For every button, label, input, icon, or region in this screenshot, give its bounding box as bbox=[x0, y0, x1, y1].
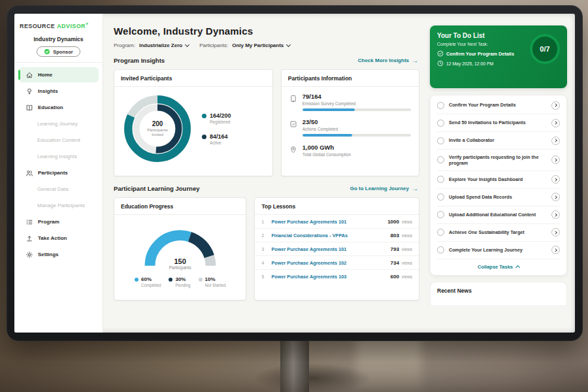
sidebar-item-education[interactable]: Education bbox=[18, 100, 99, 115]
task-chevron-button[interactable] bbox=[551, 119, 560, 127]
lesson-link[interactable]: Power Purchase Agreements 102 bbox=[271, 260, 386, 266]
sidebar-item-participants[interactable]: Participants bbox=[18, 165, 99, 180]
sponsor-check-icon bbox=[44, 48, 50, 55]
sidebar-item-learning-insights[interactable]: Learning Insights bbox=[18, 149, 99, 164]
lesson-row: 1 Power Purchase Agreements 101 1000 vie… bbox=[255, 215, 419, 229]
insights-cards-row: Invited Participants 200 bbox=[114, 69, 419, 176]
task-row-achieve-one-sustainability-target[interactable]: Achieve One Sustainability Target bbox=[437, 224, 560, 242]
sidebar-item-program[interactable]: Program bbox=[18, 214, 99, 229]
task-label: Send 50 Invitations to Participants bbox=[449, 120, 547, 125]
clock-icon bbox=[437, 60, 444, 67]
task-row-upload-additional-educational-content[interactable]: Upload Additional Educational Content bbox=[437, 206, 560, 224]
check-more-insights-link[interactable]: Check More Insights → bbox=[358, 57, 418, 64]
collapse-tasks-link[interactable]: Collapse Tasks bbox=[437, 259, 560, 273]
consumption-icon bbox=[289, 144, 297, 152]
participants-select[interactable]: Only My Participants bbox=[232, 42, 290, 48]
actions-icon bbox=[289, 119, 297, 127]
logo-text-advisor: ADVISOR bbox=[57, 23, 86, 29]
lesson-rank: 1 bbox=[261, 220, 267, 224]
todo-panel: Your To Do List Complete Your Next Task:… bbox=[427, 14, 575, 333]
task-checkbox[interactable] bbox=[437, 156, 444, 163]
task-checkbox[interactable] bbox=[437, 120, 444, 127]
task-row-confirm-your-program-details[interactable]: Confirm Your Program Details bbox=[437, 97, 560, 114]
legend-value: 10% bbox=[205, 276, 226, 282]
sidebar-item-settings[interactable]: Settings bbox=[18, 247, 99, 262]
todo-progress-value: 0/7 bbox=[540, 45, 549, 53]
education-legend-pending: 30%Pending bbox=[169, 276, 190, 287]
task-checkbox[interactable] bbox=[437, 137, 444, 144]
task-chevron-button[interactable] bbox=[551, 101, 560, 110]
task-label: Complete Your Learning Journey bbox=[449, 247, 547, 253]
registered-dot bbox=[202, 114, 206, 118]
lesson-link[interactable]: Power Purchase Agreements 101 bbox=[271, 219, 384, 225]
legend-label: Pending bbox=[175, 283, 190, 287]
task-chevron-button[interactable] bbox=[551, 193, 560, 201]
learning-cards-row: Education Progress 150 Participants 60%C… bbox=[114, 197, 419, 301]
task-row-send-50-invitations-to-participants[interactable]: Send 50 Invitations to Participants bbox=[437, 114, 560, 132]
program-select[interactable]: Industrialize Zero bbox=[139, 42, 189, 48]
task-row-invite-a-collaborator[interactable]: Invite a Collaborator bbox=[437, 132, 560, 150]
donut-center-label: 200 Participants Invited bbox=[121, 92, 194, 165]
lesson-row: 2 Financial Considerations - VPPAs 803 v… bbox=[255, 229, 419, 242]
lesson-link[interactable]: Financial Considerations - VPPAs bbox=[271, 233, 386, 238]
legend-dot bbox=[135, 278, 139, 282]
monitor-frame: RESOURCEADVISOR+ Industry Dynamics Spons… bbox=[7, 5, 583, 341]
sidebar-item-general-data[interactable]: General Data bbox=[18, 182, 99, 197]
sponsor-badge[interactable]: Sponsor bbox=[37, 46, 80, 57]
program-filter-label: Program: bbox=[114, 42, 135, 48]
todo-summary-card: Your To Do List Complete Your Next Task:… bbox=[430, 25, 567, 88]
lesson-row: 3 Power Purchase Agreements 101 793 view… bbox=[255, 242, 419, 256]
learning-journey-header: Participant Learning Journey Go to Learn… bbox=[114, 185, 418, 192]
invited-card-title: Invited Participants bbox=[114, 70, 272, 87]
app-logo: RESOURCEADVISOR+ bbox=[14, 20, 103, 33]
sidebar-item-manage-participants[interactable]: Manage Participants bbox=[18, 198, 99, 213]
task-row-verify-participants-requesting-to-join-the-program[interactable]: Verify participants requesting to join t… bbox=[437, 150, 560, 171]
legend-label: Completed bbox=[141, 283, 161, 287]
sidebar-item-take-action[interactable]: Take Action bbox=[18, 231, 99, 246]
task-chevron-button[interactable] bbox=[551, 246, 560, 254]
task-checkbox[interactable] bbox=[437, 176, 444, 183]
check-circle-icon bbox=[437, 50, 444, 57]
arrow-right-icon: → bbox=[412, 57, 418, 64]
info-value: 1,000 GWh bbox=[302, 144, 411, 151]
info-value: 79/164 bbox=[302, 93, 411, 100]
legend-label: Not Started bbox=[205, 283, 226, 287]
task-row-explore-your-insights-dashboard[interactable]: Explore Your Insights Dashboard bbox=[437, 171, 560, 189]
go-to-learning-journey-link[interactable]: Go to Learning Journey → bbox=[350, 186, 418, 192]
task-chevron-button[interactable] bbox=[551, 175, 560, 184]
main-content: Welcome, Industry Dynamics Program: Indu… bbox=[103, 14, 427, 333]
task-checkbox[interactable] bbox=[437, 229, 444, 236]
task-chevron-button[interactable] bbox=[551, 155, 560, 164]
survey-icon bbox=[289, 93, 297, 101]
task-checkbox[interactable] bbox=[437, 102, 444, 109]
task-chevron-button[interactable] bbox=[551, 137, 560, 145]
task-chevron-button[interactable] bbox=[551, 228, 560, 237]
sidebar-item-home[interactable]: Home bbox=[18, 67, 99, 82]
lessons-card-title: Top Lessons bbox=[255, 198, 419, 215]
education-gauge-chart: 150 Participants bbox=[137, 221, 223, 270]
program-insights-title: Program Insights bbox=[114, 57, 165, 64]
todo-next-task[interactable]: Confirm Your Program Details bbox=[437, 50, 525, 57]
task-row-upload-spend-data-records[interactable]: Upload Spend Data Records bbox=[437, 189, 560, 206]
page-title: Welcome, Industry Dynamics bbox=[114, 25, 419, 37]
lesson-link[interactable]: Power Purchase Agreements 101 bbox=[271, 246, 386, 252]
task-checkbox[interactable] bbox=[437, 246, 444, 253]
chevron-down-icon bbox=[185, 42, 189, 46]
task-row-complete-your-learning-journey[interactable]: Complete Your Learning Journey bbox=[437, 242, 560, 259]
lesson-views: 803 views bbox=[391, 233, 412, 238]
legend-registered: 164/200 Registered bbox=[202, 112, 231, 124]
gauge-center-label: 150 Participants bbox=[137, 257, 223, 270]
info-row: 23/50 Actions Completed bbox=[289, 118, 411, 137]
lesson-rows: 1 Power Purchase Agreements 101 1000 vie… bbox=[255, 215, 419, 283]
info-row: 1,000 GWh Total Global Consumption bbox=[289, 144, 411, 157]
sidebar-item-learning-journey[interactable]: Learning Journey bbox=[18, 116, 99, 131]
task-checkbox[interactable] bbox=[437, 211, 444, 218]
task-label: Explore Your Insights Dashboard bbox=[449, 176, 547, 182]
lesson-views: 600 views bbox=[391, 274, 412, 280]
task-checkbox[interactable] bbox=[437, 193, 444, 201]
sidebar-item-education-content[interactable]: Education Content bbox=[18, 133, 99, 148]
lesson-views: 734 views bbox=[391, 260, 412, 266]
lesson-link[interactable]: Power Purchase Agreements 103 bbox=[271, 274, 386, 280]
task-chevron-button[interactable] bbox=[551, 210, 560, 219]
sidebar-item-insights[interactable]: Insights bbox=[18, 84, 99, 99]
